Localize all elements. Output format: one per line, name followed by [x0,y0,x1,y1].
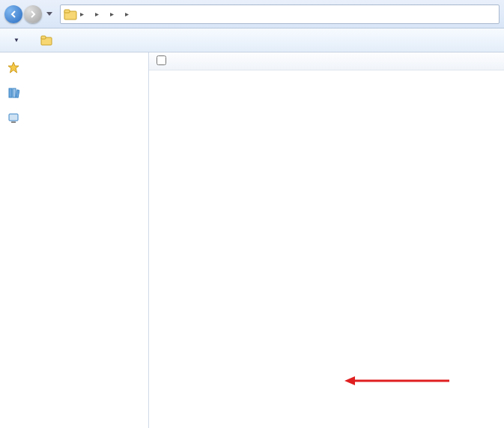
breadcrumb-sep[interactable]: ▸ [107,10,116,18]
file-pane [148,52,504,428]
arrow-left-icon [10,10,17,18]
favorites-header[interactable] [7,60,145,75]
libraries-icon [7,87,19,99]
computer-icon [7,112,19,124]
svg-rect-1 [64,10,70,13]
libraries-group [7,85,145,100]
select-all-checkbox[interactable] [157,55,171,67]
forward-button[interactable] [24,5,42,23]
svg-rect-6 [16,90,19,97]
svg-rect-4 [9,88,12,97]
computer-header[interactable] [7,111,145,126]
chevron-down-icon [46,12,52,16]
nav-history-dropdown[interactable] [43,7,55,22]
breadcrumb[interactable]: ▸ ▸ ▸ ▸ [60,4,500,24]
newfolder-button[interactable] [93,38,102,43]
breadcrumb-seg[interactable] [101,13,107,16]
svg-rect-5 [13,88,16,97]
star-icon [7,61,19,73]
breadcrumb-seg[interactable] [116,13,122,16]
folder-icon [64,8,77,20]
navigation-pane [0,52,148,428]
breadcrumb-sep[interactable]: ▸ [122,10,131,18]
chevron-down-icon: ▼ [13,37,19,43]
folder-open-icon [40,35,52,46]
open-button[interactable] [36,33,60,48]
column-name[interactable] [171,58,183,64]
breadcrumb-seg[interactable] [86,13,92,16]
back-button[interactable] [4,5,22,23]
file-list[interactable] [149,70,504,428]
organize-button[interactable]: ▼ [6,34,24,46]
breadcrumb-sep[interactable]: ▸ [77,10,86,18]
burn-button[interactable] [72,38,81,43]
svg-rect-3 [41,36,46,39]
address-bar: ▸ ▸ ▸ ▸ [0,0,504,28]
libraries-header[interactable] [7,85,145,100]
svg-rect-8 [11,121,16,123]
arrow-right-icon [29,10,37,18]
breadcrumb-sep[interactable]: ▸ [92,10,101,18]
svg-rect-7 [9,114,18,121]
column-header [149,52,504,70]
toolbar: ▼ [0,28,504,52]
computer-group [7,111,145,126]
favorites-group [7,60,145,75]
